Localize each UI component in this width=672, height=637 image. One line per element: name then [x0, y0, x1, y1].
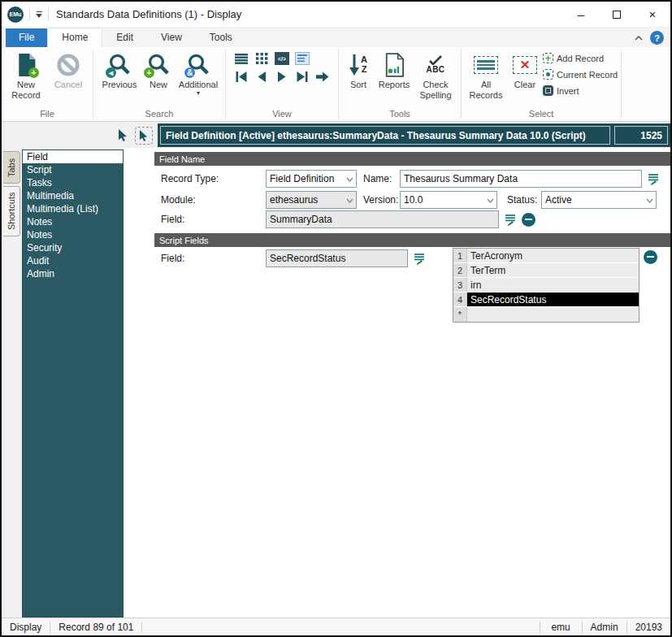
minus-icon: [644, 250, 657, 264]
record-type-label: Record Type:: [161, 170, 219, 188]
sidebar-item-field[interactable]: Field: [23, 150, 123, 163]
previous-search-button[interactable]: ◂ Previous: [97, 50, 142, 90]
side-tab-tabs[interactable]: Tabs: [3, 151, 20, 184]
last-record-icon[interactable]: [295, 70, 310, 83]
edit-text-button[interactable]: [411, 249, 427, 267]
help-icon[interactable]: ?: [650, 31, 664, 45]
status-session: 20193: [626, 622, 670, 633]
ribbon-group-tools: AZ Sort Reports: [339, 47, 461, 121]
remove-list-row-button[interactable]: [642, 248, 658, 266]
status-select[interactable]: Active: [541, 191, 657, 209]
close-button[interactable]: ×: [635, 2, 670, 27]
list-view-icon[interactable]: [234, 52, 249, 65]
chevron-down-icon: [646, 194, 656, 206]
window-title: Standards Data Definitions (1) - Display: [56, 8, 241, 20]
cancel-button[interactable]: Cancel: [47, 50, 89, 90]
invert-selection-button[interactable]: Invert: [543, 84, 618, 98]
detach-field-button[interactable]: [520, 210, 536, 228]
status-mode: Display: [2, 622, 50, 633]
cancel-icon: [56, 50, 80, 80]
row-number: 2: [453, 263, 467, 277]
next-record-icon[interactable]: [275, 70, 289, 83]
list-item-selected[interactable]: 4 SecRecordStatus: [453, 292, 639, 307]
sidebar-item-security[interactable]: Security: [23, 241, 123, 254]
main-content: Field Name Record Type: Field Definition…: [124, 148, 670, 618]
module-label: Module:: [161, 191, 196, 209]
minimize-button[interactable]: –: [563, 2, 599, 27]
ampersand-icon: &: [184, 67, 195, 78]
list-item-new[interactable]: *: [453, 307, 639, 322]
code-view-icon[interactable]: </>: [275, 52, 289, 65]
sidebar-item-multimedia-list[interactable]: Multimedia (List): [23, 202, 123, 215]
check-spelling-button[interactable]: ABC Check Spelling: [414, 50, 457, 101]
name-label: Name:: [363, 170, 392, 188]
side-tab-shortcuts[interactable]: Shortcuts: [3, 186, 20, 236]
sidebar-item-multimedia[interactable]: Multimedia: [23, 189, 123, 202]
emu-app-icon[interactable]: EMu: [7, 6, 24, 23]
tab-home[interactable]: Home: [47, 28, 102, 47]
quick-access-caret-icon[interactable]: [36, 11, 42, 18]
sidebar-item-tasks[interactable]: Tasks: [23, 176, 123, 189]
select-pointer-icon[interactable]: [135, 127, 153, 145]
maximize-button[interactable]: [599, 2, 635, 27]
check-spelling-icon: ABC: [426, 50, 444, 80]
chevron-down-icon: [487, 194, 496, 206]
section-header-field-name: Field Name: [154, 152, 671, 166]
status-label: Status:: [507, 191, 537, 209]
divider: [29, 8, 30, 21]
previous-record-icon[interactable]: [254, 70, 269, 83]
sidebar-item-script[interactable]: Script: [23, 163, 123, 176]
sidebar-item-admin[interactable]: Admin: [23, 267, 123, 280]
script-field-field[interactable]: SecRecordStatus: [266, 249, 408, 267]
row-number: 1: [453, 249, 467, 262]
list-item[interactable]: 2 TerTerm: [453, 263, 639, 278]
collapse-ribbon-icon[interactable]: [635, 36, 643, 41]
record-summary-title: Field Definition [Active] ethesaurus:Sum…: [160, 126, 610, 145]
sidebar-item-notes-2[interactable]: Notes: [23, 228, 123, 241]
row-number: 3: [453, 278, 467, 292]
tab-file[interactable]: File: [6, 28, 47, 47]
edit-text-button[interactable]: [502, 210, 518, 228]
record-header-strip: Field Definition [Active] ethesaurus:Sum…: [2, 123, 670, 148]
edit-text-button[interactable]: [645, 170, 661, 188]
version-select[interactable]: 10.0: [400, 191, 497, 209]
search-additional-icon: &: [186, 50, 210, 80]
sidebar-item-notes[interactable]: Notes: [23, 215, 123, 228]
name-field[interactable]: Thesaurus Summary Data: [400, 170, 642, 188]
all-records-button[interactable]: All Records: [465, 50, 507, 101]
module-select[interactable]: ethesaurus: [266, 191, 357, 209]
grid-view-icon[interactable]: [254, 52, 269, 65]
group-label-select: Select: [465, 109, 618, 121]
tab-edit[interactable]: Edit: [102, 28, 147, 47]
field-label: Field:: [161, 210, 184, 228]
list-item[interactable]: 1 TerAcronym: [453, 249, 639, 263]
status-server: emu: [540, 622, 582, 633]
script-fields-list: 1 TerAcronym 2 TerTerm 3 irn 4 SecRecord…: [453, 248, 639, 323]
tab-tools[interactable]: Tools: [196, 28, 246, 47]
details-view-icon[interactable]: [295, 52, 310, 65]
row-number: 4: [453, 292, 467, 306]
pointer-icon[interactable]: [114, 127, 132, 145]
clear-selection-button[interactable]: ✕ Clear: [507, 50, 543, 90]
field-field[interactable]: SummaryData: [266, 210, 499, 228]
reports-button[interactable]: Reports: [375, 50, 414, 90]
new-record-button[interactable]: + New Record: [5, 50, 47, 101]
additional-search-button[interactable]: & Additional ▾: [175, 50, 222, 97]
script-field-label: Field:: [161, 249, 184, 267]
record-type-select[interactable]: Field Definition: [266, 170, 357, 188]
reports-icon: [384, 50, 404, 80]
tab-view[interactable]: View: [147, 28, 196, 47]
maximize-icon: [613, 11, 621, 19]
sort-button[interactable]: AZ Sort: [342, 50, 375, 90]
first-record-icon[interactable]: [234, 70, 249, 83]
list-item[interactable]: 3 irn: [453, 278, 639, 292]
sidebar-item-audit[interactable]: Audit: [23, 254, 123, 267]
app-window: EMu Standards Data Definitions (1) - Dis…: [0, 0, 672, 637]
plus-icon: +: [28, 67, 39, 78]
goto-record-icon[interactable]: [315, 70, 330, 83]
new-search-button[interactable]: + New: [142, 50, 175, 90]
section-header-script-fields: Script Fields: [154, 233, 671, 247]
current-record-button[interactable]: Current Record: [543, 67, 618, 81]
add-record-button[interactable]: + Add Record: [543, 51, 618, 65]
ribbon-tab-row: File Home Edit View Tools ?: [2, 27, 670, 47]
